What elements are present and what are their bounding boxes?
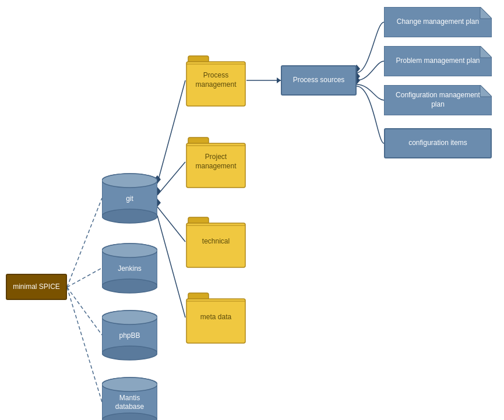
change-management-label: Change management plan [392, 17, 484, 27]
process-management-node: Process management [185, 51, 246, 110]
mantis-node: Mantis database [102, 376, 157, 420]
diagram-container: minimal SPICE git Jenkins [0, 0, 504, 420]
process-management-body: Process management [185, 51, 246, 110]
svg-line-6 [157, 162, 185, 195]
project-management-label: Project management [192, 153, 241, 171]
svg-marker-55 [480, 46, 492, 58]
svg-line-10 [157, 216, 185, 317]
svg-marker-12 [277, 77, 281, 83]
svg-marker-53 [480, 7, 492, 19]
technical-label: technical [192, 237, 241, 246]
svg-line-2 [67, 287, 102, 335]
svg-point-20 [102, 209, 157, 223]
svg-point-33 [102, 310, 157, 324]
process-sources-node: Process sources [281, 65, 357, 96]
project-management-body: Project management [185, 133, 246, 191]
svg-point-32 [102, 346, 157, 360]
phpbb-label: phpBB [119, 331, 140, 341]
svg-point-27 [102, 243, 157, 257]
config-items-node: configuration items [384, 128, 492, 158]
svg-line-0 [67, 198, 102, 287]
svg-line-1 [67, 268, 102, 287]
problem-management-node: Problem management plan [384, 46, 492, 76]
meta-data-node: meta data [185, 288, 246, 347]
svg-line-8 [157, 207, 185, 242]
jenkins-node: Jenkins [102, 242, 157, 294]
process-sources-label: Process sources [291, 73, 347, 87]
technical-body: technical [185, 213, 246, 271]
git-node: git [102, 172, 157, 224]
svg-line-4 [157, 80, 185, 183]
change-management-node: Change management plan [384, 7, 492, 37]
svg-point-26 [102, 279, 157, 293]
minimal-spice-label: minimal SPICE [13, 283, 60, 292]
config-management-node: Configuration management plan [384, 85, 492, 115]
technical-node: technical [185, 213, 246, 271]
git-label: git [126, 195, 133, 204]
config-items-label: configuration items [406, 136, 470, 150]
minimal-spice-node: minimal SPICE [6, 274, 67, 300]
phpbb-node: phpBB [102, 309, 157, 361]
config-management-label: Configuration management plan [392, 91, 484, 109]
meta-data-body: meta data [185, 288, 246, 347]
jenkins-label: Jenkins [118, 264, 142, 274]
mantis-label: Mantis database [115, 394, 144, 412]
svg-point-39 [102, 377, 157, 391]
svg-line-3 [67, 287, 102, 402]
process-management-label: Process management [192, 71, 241, 89]
project-management-node: Project management [185, 133, 246, 191]
svg-point-21 [102, 174, 157, 188]
problem-management-label: Problem management plan [392, 57, 484, 66]
meta-data-label: meta data [192, 313, 241, 322]
